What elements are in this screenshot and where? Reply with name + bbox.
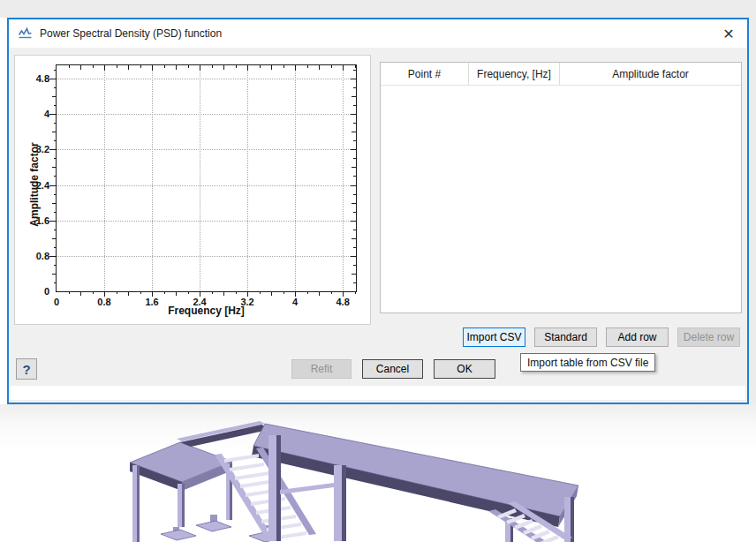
tick xyxy=(247,65,248,71)
grid-v xyxy=(343,65,344,291)
tick xyxy=(54,176,57,177)
tick xyxy=(352,167,356,168)
grid-v xyxy=(152,65,153,291)
background-right-strip xyxy=(749,18,756,404)
delete-row-button: Delete row xyxy=(677,327,740,347)
grid-v xyxy=(247,65,248,291)
add-row-button[interactable]: Add row xyxy=(606,327,669,347)
grid-h xyxy=(57,256,356,257)
dialog-title: Power Spectral Density (PSD) function xyxy=(40,27,222,40)
tick xyxy=(69,65,70,68)
tick xyxy=(152,65,153,71)
tick xyxy=(353,70,356,71)
tick xyxy=(54,105,57,106)
tick xyxy=(236,65,237,68)
tick xyxy=(54,265,57,266)
standard-button[interactable]: Standard xyxy=(534,327,597,347)
tick xyxy=(331,65,332,68)
dialog-titlebar[interactable]: Power Spectral Density (PSD) function ✕ xyxy=(9,19,747,48)
tick xyxy=(164,291,165,294)
tick xyxy=(49,79,57,79)
tick xyxy=(352,132,356,132)
grid-h xyxy=(57,221,356,222)
tick xyxy=(54,140,57,141)
cancel-button[interactable]: Cancel xyxy=(362,359,423,379)
tick xyxy=(343,65,344,71)
ok-button[interactable]: OK xyxy=(434,359,495,379)
x-axis-title: Frequency [Hz] xyxy=(56,305,357,317)
tick xyxy=(52,238,57,239)
tick xyxy=(351,185,356,186)
tick xyxy=(54,282,57,283)
tick xyxy=(355,65,356,68)
tick xyxy=(54,70,57,71)
tick xyxy=(351,114,356,115)
tick xyxy=(353,265,356,266)
tick xyxy=(236,291,237,294)
tick xyxy=(117,291,117,294)
tick xyxy=(284,291,284,294)
psd-function-dialog: Power Spectral Density (PSD) function ✕ … xyxy=(7,18,749,404)
tick xyxy=(80,291,81,296)
tick xyxy=(355,291,356,294)
tick xyxy=(353,140,356,141)
tick xyxy=(271,65,272,70)
tick xyxy=(223,65,224,70)
ylab: 4.8 xyxy=(36,73,49,84)
tick xyxy=(54,158,57,159)
psd-points-table[interactable]: Point # Frequency, [Hz] Amplitude factor xyxy=(380,62,742,313)
grid-v xyxy=(104,65,105,291)
dialog-footer-strip xyxy=(11,386,745,400)
tick xyxy=(164,65,165,68)
tick xyxy=(93,65,94,68)
tick xyxy=(49,256,57,257)
tick xyxy=(128,65,129,70)
tick xyxy=(54,212,57,213)
tick xyxy=(353,247,356,248)
tick xyxy=(319,291,320,296)
tick xyxy=(49,114,57,115)
tick xyxy=(331,291,332,294)
tick xyxy=(353,212,356,213)
tick xyxy=(352,238,356,239)
tick xyxy=(69,291,70,294)
tick xyxy=(52,167,57,168)
y-axis-title: Amplitude factor xyxy=(28,114,41,255)
tick xyxy=(188,291,189,294)
tick xyxy=(353,105,356,106)
tick xyxy=(200,65,200,71)
grid-v xyxy=(200,65,200,291)
tick xyxy=(353,158,356,159)
tick xyxy=(319,65,320,70)
tick xyxy=(351,149,356,150)
tick xyxy=(353,87,356,88)
refit-button: Refit xyxy=(291,359,352,379)
tick xyxy=(54,123,57,124)
grid-h xyxy=(57,114,356,115)
tick xyxy=(52,132,57,132)
tick xyxy=(353,194,356,195)
help-button[interactable]: ? xyxy=(16,358,37,380)
grid-h xyxy=(57,149,356,150)
tick xyxy=(351,256,356,257)
tick xyxy=(188,65,189,68)
tick xyxy=(54,247,57,248)
import-csv-tooltip: Import table from CSV file xyxy=(520,353,655,372)
tick xyxy=(260,291,261,294)
background-top-strip xyxy=(0,0,756,18)
tick xyxy=(49,149,57,150)
ylab: 0 xyxy=(44,286,49,297)
tick xyxy=(52,274,57,275)
column-header-frequency: Frequency, [Hz] xyxy=(469,63,560,85)
tick xyxy=(80,65,81,70)
column-header-amplitude: Amplitude factor xyxy=(560,63,741,85)
tick xyxy=(52,203,57,204)
tick xyxy=(104,65,105,71)
close-icon[interactable]: ✕ xyxy=(717,22,740,45)
tick xyxy=(52,96,57,97)
import-csv-button[interactable]: Import CSV xyxy=(463,327,525,347)
grid-h xyxy=(57,79,356,79)
tick xyxy=(352,274,356,275)
tick xyxy=(212,65,213,68)
tick xyxy=(260,65,261,68)
